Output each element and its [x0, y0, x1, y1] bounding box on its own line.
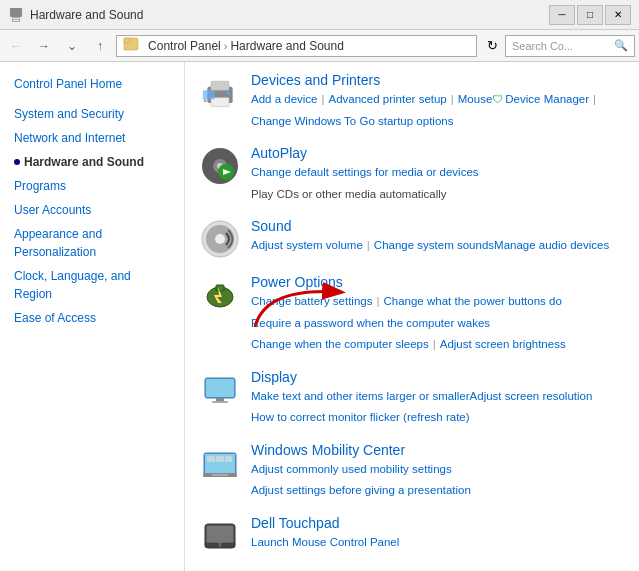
- address-bar: ← → ⌄ ↑ Control Panel › Hardware and Sou…: [0, 30, 639, 62]
- change-sounds-link[interactable]: Change system sounds: [374, 236, 494, 256]
- svg-rect-35: [225, 456, 232, 462]
- content-area: Devices and Printers Add a device | Adva…: [185, 62, 639, 571]
- address-box[interactable]: Control Panel › Hardware and Sound: [116, 35, 477, 57]
- address-icon: [123, 36, 139, 55]
- sidebar-item-user-accounts[interactable]: User Accounts: [0, 198, 184, 222]
- display-content: Display Make text and other items larger…: [251, 369, 625, 428]
- search-placeholder: Search Co...: [512, 40, 573, 52]
- clock-link[interactable]: Clock, Language, and Region: [14, 269, 131, 301]
- network-internet-link[interactable]: Network and Internet: [14, 131, 125, 145]
- sound-icon: [199, 218, 241, 260]
- display-title[interactable]: Display: [251, 369, 297, 385]
- svg-rect-12: [203, 90, 215, 99]
- add-device-link[interactable]: Add a device: [251, 90, 318, 110]
- window-controls: ─ □ ✕: [549, 5, 631, 25]
- adjust-volume-link[interactable]: Adjust system volume: [251, 236, 363, 256]
- main-layout: Control Panel Home System and Security N…: [0, 62, 639, 571]
- autoplay-default-link[interactable]: Change default settings for media or dev…: [251, 163, 479, 183]
- programs-link[interactable]: Programs: [14, 179, 66, 193]
- require-password-link[interactable]: Require a password when the computer wak…: [251, 314, 490, 334]
- devices-printers-links: Add a device | Advanced printer setup | …: [251, 90, 625, 131]
- forward-button[interactable]: →: [32, 34, 56, 58]
- items-larger-link[interactable]: Make text and other items larger or smal…: [251, 387, 470, 407]
- svg-rect-13: [204, 99, 207, 102]
- sidebar-item-ease[interactable]: Ease of Access: [0, 306, 184, 330]
- sound-links: Adjust system volume | Change system sou…: [251, 236, 625, 256]
- windows-to-go-link[interactable]: Change Windows To Go startup options: [251, 112, 453, 132]
- autoplay-title[interactable]: AutoPlay: [251, 145, 307, 161]
- sidebar-item-appearance[interactable]: Appearance and Personalization: [0, 222, 184, 264]
- sidebar-item-programs[interactable]: Programs: [0, 174, 184, 198]
- close-button[interactable]: ✕: [605, 5, 631, 25]
- svg-rect-23: [216, 285, 224, 291]
- back-button[interactable]: ←: [4, 34, 28, 58]
- computer-sleeps-link[interactable]: Change when the computer sleeps: [251, 335, 429, 355]
- ease-link[interactable]: Ease of Access: [14, 311, 96, 325]
- system-security-link[interactable]: System and Security: [14, 107, 124, 121]
- path-hardware-sound[interactable]: Hardware and Sound: [230, 39, 343, 53]
- svg-rect-28: [212, 401, 228, 403]
- mobility-links: Adjust commonly used mobility settings A…: [251, 460, 625, 501]
- presentation-link[interactable]: Adjust settings before giving a presenta…: [251, 481, 471, 501]
- svg-rect-26: [206, 379, 234, 397]
- touchpad-icon: [199, 515, 241, 557]
- category-devices-printers: Devices and Printers Add a device | Adva…: [199, 72, 625, 131]
- sidebar-item-system-security[interactable]: System and Security: [0, 102, 184, 126]
- mobility-settings-link[interactable]: Adjust commonly used mobility settings: [251, 460, 452, 480]
- monitor-flicker-link[interactable]: How to correct monitor flicker (refresh …: [251, 408, 470, 428]
- advanced-printer-link[interactable]: Advanced printer setup: [329, 90, 447, 110]
- maximize-button[interactable]: □: [577, 5, 603, 25]
- control-panel-home-link[interactable]: Control Panel Home: [14, 77, 122, 91]
- path-separator-1: [142, 40, 145, 52]
- sidebar-item-hardware-sound[interactable]: Hardware and Sound: [0, 150, 184, 174]
- power-content: Power Options Change battery settings | …: [251, 274, 625, 355]
- mobility-title[interactable]: Windows Mobility Center: [251, 442, 405, 458]
- screen-brightness-link[interactable]: Adjust screen brightness: [440, 335, 566, 355]
- minimize-button[interactable]: ─: [549, 5, 575, 25]
- sound-title[interactable]: Sound: [251, 218, 291, 234]
- category-mobility: Windows Mobility Center Adjust commonly …: [199, 442, 625, 501]
- devices-printers-content: Devices and Printers Add a device | Adva…: [251, 72, 625, 131]
- search-icon: 🔍: [614, 39, 628, 52]
- user-accounts-link[interactable]: User Accounts: [14, 203, 91, 217]
- sidebar: Control Panel Home System and Security N…: [0, 62, 185, 571]
- sidebar-item-clock[interactable]: Clock, Language, and Region: [0, 264, 184, 306]
- display-icon: [199, 369, 241, 411]
- autoplay-icon: [199, 145, 241, 187]
- category-autoplay: AutoPlay Change default settings for med…: [199, 145, 625, 204]
- svg-point-11: [226, 91, 230, 95]
- svg-point-21: [215, 234, 225, 244]
- power-title[interactable]: Power Options: [251, 274, 343, 290]
- battery-settings-link[interactable]: Change battery settings: [251, 292, 372, 312]
- dropdown-button[interactable]: ⌄: [60, 34, 84, 58]
- svg-rect-27: [216, 398, 224, 401]
- devices-printers-title[interactable]: Devices and Printers: [251, 72, 380, 88]
- search-box[interactable]: Search Co... 🔍: [505, 35, 635, 57]
- launch-mouse-link[interactable]: Launch Mouse Control Panel: [251, 533, 399, 553]
- display-links: Make text and other items larger or smal…: [251, 387, 625, 428]
- refresh-button[interactable]: ↻: [481, 35, 503, 57]
- screen-resolution-link[interactable]: Adjust screen resolution: [470, 387, 593, 407]
- window-icon: [8, 7, 24, 23]
- window-title: Hardware and Sound: [30, 8, 143, 22]
- sidebar-item-network-internet[interactable]: Network and Internet: [0, 126, 184, 150]
- mouse-link[interactable]: Mouse: [458, 90, 493, 110]
- svg-rect-39: [205, 543, 218, 547]
- up-button[interactable]: ↑: [88, 34, 112, 58]
- path-control-panel[interactable]: Control Panel: [148, 39, 221, 53]
- appearance-link[interactable]: Appearance and Personalization: [14, 227, 102, 259]
- title-bar: Hardware and Sound ─ □ ✕: [0, 0, 639, 30]
- touchpad-content: Dell Touchpad Launch Mouse Control Panel: [251, 515, 625, 553]
- power-buttons-link[interactable]: Change what the power buttons do: [383, 292, 561, 312]
- category-display: Display Make text and other items larger…: [199, 369, 625, 428]
- mobility-content: Windows Mobility Center Adjust commonly …: [251, 442, 625, 501]
- shield-icon: 🛡: [492, 90, 503, 110]
- sidebar-item-control-panel-home[interactable]: Control Panel Home: [0, 72, 184, 96]
- device-manager-link[interactable]: Device Manager: [505, 90, 589, 110]
- power-links: Change battery settings | Change what th…: [251, 292, 625, 355]
- svg-rect-32: [212, 474, 228, 476]
- svg-rect-6: [124, 38, 131, 43]
- touchpad-title[interactable]: Dell Touchpad: [251, 515, 339, 531]
- autoplay-desc: Play CDs or other media automatically: [251, 185, 447, 205]
- manage-audio-link[interactable]: Manage audio devices: [494, 236, 609, 256]
